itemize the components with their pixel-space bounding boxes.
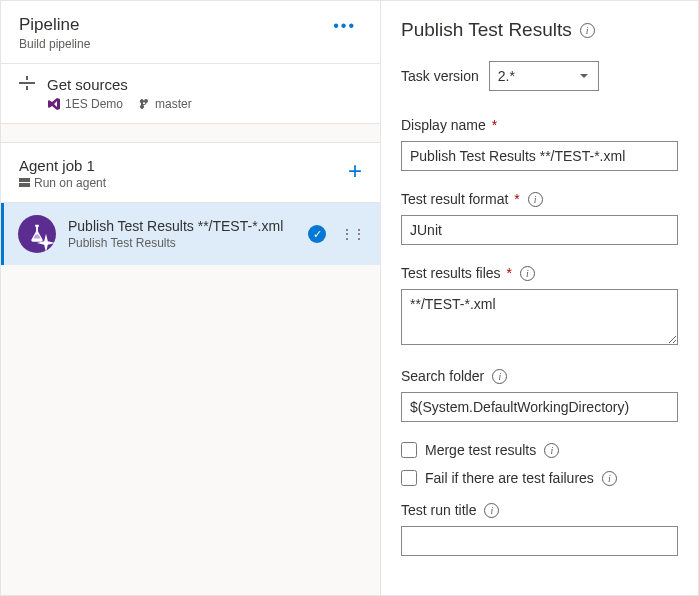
info-icon[interactable]: i	[484, 503, 499, 518]
folder-input[interactable]	[401, 392, 678, 422]
branch-icon	[139, 98, 151, 110]
pipeline-header[interactable]: Pipeline Build pipeline •••	[1, 1, 380, 64]
task-version-label: Task version	[401, 68, 479, 84]
task-version-select[interactable]: 2.*	[489, 61, 599, 91]
agent-job-row[interactable]: Agent job 1 Run on agent +	[1, 142, 380, 203]
svg-rect-1	[19, 183, 30, 187]
server-icon	[19, 178, 30, 189]
folder-label: Search folder	[401, 368, 484, 384]
display-name-label: Display name *	[401, 117, 497, 133]
add-task-button[interactable]: +	[348, 157, 362, 185]
drag-handle[interactable]: ⋮⋮	[338, 226, 366, 242]
fail-label[interactable]: Fail if there are test failures	[425, 470, 594, 486]
info-icon[interactable]: i	[602, 471, 617, 486]
display-name-input[interactable]	[401, 141, 678, 171]
sources-icon	[19, 76, 35, 94]
run-title-input[interactable]	[401, 526, 678, 556]
merge-label[interactable]: Merge test results	[425, 442, 536, 458]
panel-title: Publish Test Results	[401, 19, 572, 41]
task-row-publish-test-results[interactable]: Publish Test Results **/TEST-*.xml Publi…	[1, 203, 380, 265]
svg-rect-0	[19, 178, 30, 182]
task-subtitle: Publish Test Results	[68, 236, 296, 250]
task-settings-panel: Publish Test Results i Task version 2.* …	[381, 1, 698, 595]
fail-checkbox[interactable]	[401, 470, 417, 486]
files-input[interactable]: **/TEST-*.xml	[401, 289, 678, 345]
repo-name: 1ES Demo	[65, 97, 123, 111]
get-sources-row[interactable]: Get sources 1ES Demo master	[1, 64, 380, 124]
get-sources-title: Get sources	[47, 76, 362, 93]
more-actions-button[interactable]: •••	[327, 15, 362, 37]
merge-checkbox[interactable]	[401, 442, 417, 458]
check-icon: ✓	[308, 225, 326, 243]
pipeline-tree: Pipeline Build pipeline ••• Get sources …	[1, 1, 381, 595]
flask-icon	[18, 215, 56, 253]
info-icon[interactable]: i	[528, 192, 543, 207]
agent-job-title: Agent job 1	[19, 157, 106, 174]
files-label: Test results files *	[401, 265, 512, 281]
info-icon[interactable]: i	[520, 266, 535, 281]
info-icon[interactable]: i	[492, 369, 507, 384]
pipeline-title: Pipeline	[19, 15, 90, 35]
format-input[interactable]	[401, 215, 678, 245]
format-label: Test result format *	[401, 191, 520, 207]
run-title-label: Test run title	[401, 502, 476, 518]
agent-job-subtitle: Run on agent	[34, 176, 106, 190]
pipeline-subtitle: Build pipeline	[19, 37, 90, 51]
branch-name: master	[155, 97, 192, 111]
info-icon[interactable]: i	[580, 23, 595, 38]
info-icon[interactable]: i	[544, 443, 559, 458]
task-title: Publish Test Results **/TEST-*.xml	[68, 218, 296, 234]
vs-icon	[47, 97, 61, 111]
